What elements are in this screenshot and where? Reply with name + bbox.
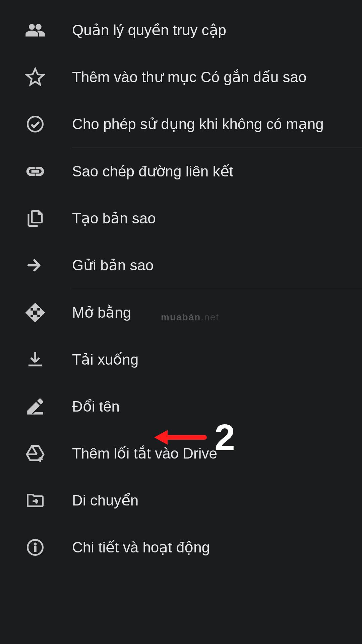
menu-item-label: Tải xuống: [72, 350, 152, 369]
info-icon: [25, 537, 45, 557]
context-menu: Quản lý quyền truy cập Thêm vào thư mục …: [0, 0, 362, 571]
menu-item-offline[interactable]: Cho phép sử dụng khi không có mạng: [0, 101, 362, 148]
menu-item-label: Di chuyển: [72, 490, 152, 510]
menu-item-label: Cho phép sử dụng khi không có mạng: [72, 114, 337, 134]
menu-item-open-with[interactable]: Mở bằng: [0, 289, 362, 336]
menu-item-send-copy[interactable]: Gửi bản sao: [0, 242, 362, 289]
menu-item-copy-link[interactable]: Sao chép đường liên kết: [0, 148, 362, 195]
menu-item-label: Chi tiết và hoạt động: [72, 537, 223, 557]
menu-item-move[interactable]: Di chuyển: [0, 477, 362, 524]
menu-item-add-shortcut[interactable]: Thêm lối tắt vào Drive: [0, 430, 362, 477]
star-icon: [25, 67, 45, 87]
menu-item-make-copy[interactable]: Tạo bản sao: [0, 195, 362, 242]
menu-item-label: Thêm lối tắt vào Drive: [72, 443, 231, 463]
menu-item-label: Thêm vào thư mục Có gắn dấu sao: [72, 67, 320, 87]
svg-point-2: [34, 543, 37, 545]
menu-item-label: Sao chép đường liên kết: [72, 161, 247, 181]
menu-item-label: Quản lý quyền truy cập: [72, 20, 240, 40]
people-icon: [25, 20, 45, 40]
copy-icon: [25, 208, 45, 228]
rename-icon: [25, 396, 45, 417]
menu-item-details[interactable]: Chi tiết và hoạt động: [0, 524, 362, 571]
open-with-icon: [25, 303, 45, 323]
svg-rect-3: [35, 547, 36, 552]
download-icon: [25, 350, 45, 370]
menu-item-add-starred[interactable]: Thêm vào thư mục Có gắn dấu sao: [0, 54, 362, 101]
menu-item-label: Gửi bản sao: [72, 255, 167, 275]
menu-item-manage-access[interactable]: Quản lý quyền truy cập: [0, 7, 362, 54]
menu-item-label: Tạo bản sao: [72, 208, 169, 228]
menu-item-label: Mở bằng: [72, 303, 144, 322]
move-icon: [25, 490, 45, 511]
menu-item-download[interactable]: Tải xuống: [0, 336, 362, 383]
link-icon: [25, 161, 45, 181]
menu-item-label: Đổi tên: [72, 396, 133, 416]
send-icon: [25, 255, 45, 275]
offline-icon: [25, 114, 45, 134]
svg-point-0: [28, 117, 43, 132]
menu-item-rename[interactable]: Đổi tên: [0, 383, 362, 430]
shortcut-icon: [25, 443, 45, 464]
